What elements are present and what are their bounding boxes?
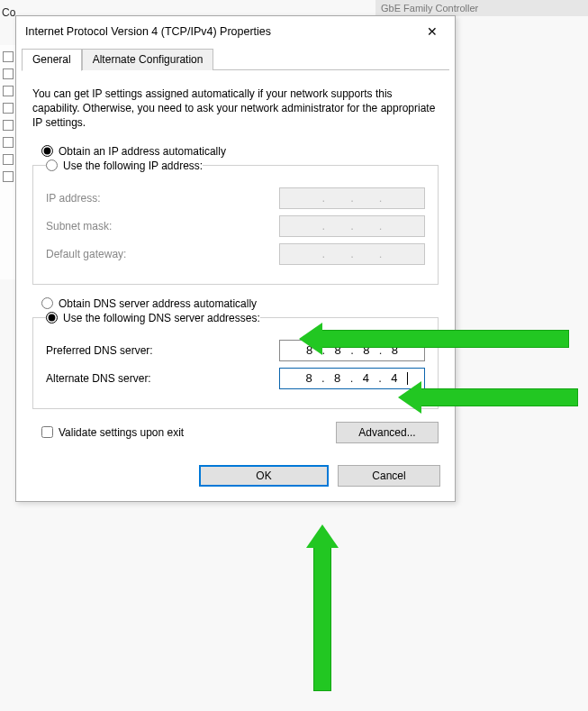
alternate-dns-row: Alternate DNS server: 8. 8. 4. 4: [46, 368, 425, 389]
tab-general[interactable]: General: [22, 49, 82, 71]
annotation-arrow-ok: [313, 545, 331, 691]
subnet-mask-label: Subnet mask:: [46, 220, 112, 232]
dns-auto-radio[interactable]: [41, 297, 53, 309]
close-icon: ✕: [427, 24, 438, 39]
close-button[interactable]: ✕: [417, 22, 448, 41]
ip-auto-radio[interactable]: [41, 145, 53, 157]
dns-auto-radio-row[interactable]: Obtain DNS server address automatically: [32, 297, 439, 310]
ip-address-label: IP address:: [46, 192, 100, 205]
dns-manual-label: Use the following DNS server addresses:: [63, 312, 260, 324]
default-gateway-row: Default gateway: ...: [46, 243, 425, 265]
default-gateway-label: Default gateway:: [46, 248, 126, 260]
dialog-title: Internet Protocol Version 4 (TCP/IPv4) P…: [25, 25, 271, 38]
ip-manual-group: Use the following IP address: IP address…: [32, 160, 439, 285]
dns-manual-group: Use the following DNS server addresses: …: [32, 312, 439, 409]
dns-manual-radio[interactable]: [46, 312, 58, 324]
ipv4-properties-dialog: Internet Protocol Version 4 (TCP/IPv4) P…: [15, 15, 456, 502]
background-left-label: Co: [2, 6, 15, 19]
annotation-arrow-dns-radio: [320, 330, 569, 348]
ip-address-input: . . .: [279, 187, 425, 209]
dns-auto-label: Obtain DNS server address automatically: [59, 297, 257, 310]
validate-settings-label: Validate settings upon exit: [59, 426, 184, 439]
background-header-fragment: GbE Family Controller: [375, 0, 588, 16]
subnet-mask-row: Subnet mask: ...: [46, 215, 425, 237]
description-text: You can get IP settings assigned automat…: [32, 87, 439, 131]
advanced-button[interactable]: Advanced...: [336, 422, 439, 443]
dialog-button-row: OK Cancel: [16, 458, 455, 501]
preferred-dns-label: Preferred DNS server:: [46, 344, 153, 357]
ip-auto-radio-row[interactable]: Obtain an IP address automatically: [32, 145, 439, 158]
dialog-body: You can get IP settings assigned automat…: [16, 70, 455, 458]
titlebar: Internet Protocol Version 4 (TCP/IPv4) P…: [16, 16, 455, 47]
subnet-mask-input: ...: [279, 215, 425, 237]
validate-settings-checkbox[interactable]: [41, 426, 53, 438]
alternate-dns-label: Alternate DNS server:: [46, 372, 151, 385]
validate-settings-row[interactable]: Validate settings upon exit: [32, 426, 184, 439]
default-gateway-input: ...: [279, 243, 425, 265]
ok-button[interactable]: OK: [199, 465, 329, 487]
ip-manual-radio[interactable]: [46, 160, 58, 171]
ip-auto-label: Obtain an IP address automatically: [59, 145, 226, 158]
ip-address-row: IP address: . . .: [46, 187, 425, 209]
tab-strip: General Alternate Configuration: [16, 49, 455, 70]
cancel-button[interactable]: Cancel: [338, 465, 440, 487]
annotation-arrow-alternate-dns: [419, 388, 578, 406]
ip-manual-label: Use the following IP address:: [63, 160, 203, 172]
tab-alternate-configuration[interactable]: Alternate Configuration: [82, 49, 214, 70]
